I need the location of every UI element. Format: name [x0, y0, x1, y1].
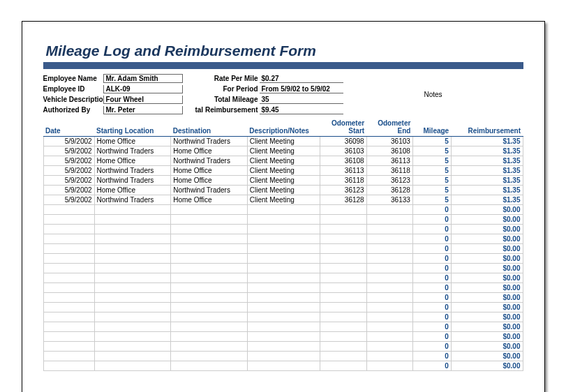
cell-odo-start[interactable]: 36113 — [320, 166, 366, 176]
cell-start[interactable] — [94, 342, 171, 352]
cell-dest[interactable]: Home Office — [171, 176, 248, 186]
cell-desc[interactable] — [247, 273, 320, 283]
table-row[interactable]: 0$0.00 — [43, 225, 523, 234]
cell-dest[interactable] — [171, 225, 248, 234]
value-period[interactable]: From 5/9/02 to 5/9/02 — [260, 85, 343, 93]
cell-desc[interactable] — [247, 234, 320, 244]
cell-start[interactable] — [94, 312, 171, 322]
table-row[interactable]: 0$0.00 — [43, 244, 523, 254]
cell-odo-start[interactable]: 36103 — [320, 146, 366, 156]
cell-dest[interactable]: Northwind Traders — [171, 137, 248, 146]
table-row[interactable]: 0$0.00 — [43, 215, 523, 225]
cell-date[interactable] — [43, 312, 94, 322]
cell-dest[interactable] — [171, 273, 248, 283]
cell-date[interactable] — [43, 361, 94, 371]
cell-desc[interactable] — [247, 342, 320, 352]
cell-start[interactable]: Northwind Traders — [94, 176, 171, 186]
value-rate[interactable]: $0.27 — [260, 75, 343, 83]
cell-odo-start[interactable] — [320, 254, 366, 264]
cell-odo-start[interactable] — [320, 342, 366, 352]
cell-dest[interactable]: Northwind Traders — [171, 156, 248, 166]
cell-odo-end[interactable]: 36108 — [366, 146, 412, 156]
cell-dest[interactable] — [171, 361, 248, 371]
cell-start[interactable] — [94, 215, 171, 225]
cell-odo-end[interactable] — [366, 332, 412, 342]
table-row[interactable]: 0$0.00 — [43, 254, 523, 264]
cell-odo-start[interactable]: 36098 — [320, 137, 366, 146]
cell-odo-end[interactable] — [366, 322, 412, 332]
cell-odo-start[interactable] — [320, 361, 366, 371]
table-row[interactable]: 5/9/2002Home OfficeNorthwind TradersClie… — [43, 156, 523, 166]
cell-odo-start[interactable] — [320, 352, 366, 361]
cell-start[interactable] — [94, 322, 171, 332]
cell-desc[interactable] — [247, 352, 320, 361]
cell-odo-end[interactable] — [366, 361, 412, 371]
cell-dest[interactable] — [171, 244, 248, 254]
cell-desc[interactable]: Client Meeting — [247, 186, 320, 195]
cell-date[interactable] — [43, 244, 94, 254]
cell-dest[interactable]: Home Office — [171, 146, 248, 156]
cell-dest[interactable] — [171, 342, 248, 352]
cell-odo-start[interactable] — [320, 283, 366, 293]
cell-odo-end[interactable] — [366, 254, 412, 264]
cell-odo-end[interactable] — [366, 293, 412, 303]
cell-dest[interactable] — [171, 322, 248, 332]
cell-start[interactable] — [94, 234, 171, 244]
cell-dest[interactable] — [171, 332, 248, 342]
table-row[interactable]: 0$0.00 — [43, 234, 523, 244]
cell-desc[interactable] — [247, 293, 320, 303]
cell-date[interactable]: 5/9/2002 — [43, 195, 94, 205]
cell-odo-end[interactable]: 36113 — [366, 156, 412, 166]
value-employee-id[interactable]: ALK-09 — [103, 85, 183, 93]
cell-start[interactable] — [94, 293, 171, 303]
cell-odo-end[interactable] — [366, 303, 412, 312]
cell-start[interactable] — [94, 283, 171, 293]
cell-date[interactable] — [43, 342, 94, 352]
cell-desc[interactable] — [247, 332, 320, 342]
cell-dest[interactable] — [171, 352, 248, 361]
cell-start[interactable] — [94, 225, 171, 234]
cell-start[interactable]: Home Office — [94, 156, 171, 166]
cell-date[interactable]: 5/9/2002 — [43, 176, 94, 186]
cell-desc[interactable] — [247, 303, 320, 312]
table-row[interactable]: 0$0.00 — [43, 312, 523, 322]
cell-desc[interactable]: Client Meeting — [247, 137, 320, 146]
cell-desc[interactable] — [247, 244, 320, 254]
table-row[interactable]: 0$0.00 — [43, 332, 523, 342]
cell-desc[interactable] — [247, 312, 320, 322]
cell-date[interactable] — [43, 352, 94, 361]
cell-desc[interactable] — [247, 254, 320, 264]
table-row[interactable]: 0$0.00 — [43, 264, 523, 273]
cell-desc[interactable]: Client Meeting — [247, 176, 320, 186]
cell-odo-end[interactable] — [366, 244, 412, 254]
cell-date[interactable]: 5/9/2002 — [43, 166, 94, 176]
cell-dest[interactable] — [171, 264, 248, 273]
table-row[interactable]: 5/9/2002Northwind TradersHome OfficeClie… — [43, 146, 523, 156]
table-row[interactable]: 0$0.00 — [43, 361, 523, 371]
table-row[interactable]: 0$0.00 — [43, 352, 523, 361]
cell-odo-end[interactable] — [366, 312, 412, 322]
cell-desc[interactable] — [247, 215, 320, 225]
cell-desc[interactable] — [247, 361, 320, 371]
cell-odo-start[interactable]: 36123 — [320, 186, 366, 195]
table-row[interactable]: 5/9/2002Northwind TradersHome OfficeClie… — [43, 166, 523, 176]
cell-dest[interactable] — [171, 205, 248, 215]
cell-start[interactable] — [94, 303, 171, 312]
cell-odo-end[interactable]: 36133 — [366, 195, 412, 205]
cell-date[interactable] — [43, 322, 94, 332]
cell-dest[interactable] — [171, 215, 248, 225]
cell-odo-end[interactable] — [366, 352, 412, 361]
cell-odo-end[interactable] — [366, 342, 412, 352]
value-employee-name[interactable]: Mr. Adam Smith — [103, 74, 183, 83]
table-row[interactable]: 0$0.00 — [43, 293, 523, 303]
cell-dest[interactable] — [171, 234, 248, 244]
cell-odo-start[interactable] — [320, 312, 366, 322]
cell-odo-start[interactable] — [320, 225, 366, 234]
cell-desc[interactable] — [247, 264, 320, 273]
cell-date[interactable] — [43, 254, 94, 264]
cell-desc[interactable] — [247, 322, 320, 332]
cell-start[interactable]: Northwind Traders — [94, 195, 171, 205]
cell-odo-end[interactable]: 36103 — [366, 137, 412, 146]
cell-odo-end[interactable] — [366, 264, 412, 273]
table-row[interactable]: 0$0.00 — [43, 273, 523, 283]
